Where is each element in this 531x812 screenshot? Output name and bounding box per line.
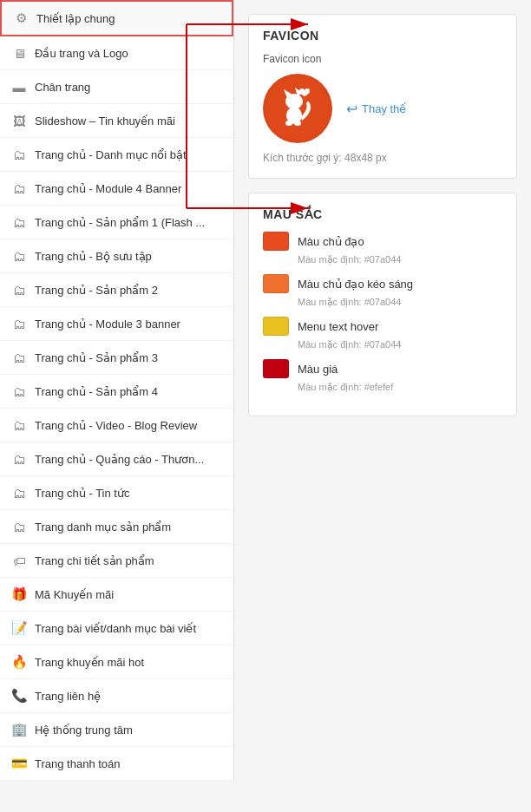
sidebar-label: Thiết lập chung: [36, 12, 115, 25]
favicon-section-title: FAVICON: [263, 29, 502, 43]
slideshow-icon: 🖼: [10, 112, 28, 129]
hot-deal-icon: 🔥: [10, 653, 28, 671]
sidebar-item-video[interactable]: 🗂 Trang chủ - Video - Blog Review: [0, 409, 233, 442]
sidebar-item-khuyen-mai-hot[interactable]: 🔥 Trang khuyến mãi hot: [0, 645, 233, 679]
sidebar-label: Trang chi tiết sản phẩm: [35, 554, 154, 567]
sidebar-item-sp3[interactable]: 🗂 Trang chủ - Sản phẩm 3: [0, 341, 233, 375]
sidebar-item-dau-trang[interactable]: 🖥 Đầu trang và Logo: [0, 36, 233, 70]
sidebar-item-he-thong[interactable]: 🏢 Hệ thống trung tâm: [0, 713, 233, 747]
sidebar-label: Trang chủ - Danh mục nổi bật: [35, 148, 187, 161]
color-section-title: MÀU SẮC: [263, 207, 502, 221]
color-section: MÀU SẮC Màu chủ đạo Màu mặc định: #07a04…: [248, 193, 517, 416]
sidebar-label: Trang chủ - Tin tức: [35, 487, 129, 500]
sidebar: ⚙ Thiết lập chung 🖥 Đầu trang và Logo ▬ …: [0, 0, 234, 781]
module4-icon: 🗂: [10, 180, 28, 197]
color-item-1: Màu chủ đạo kéo sáng: [263, 274, 502, 293]
sidebar-label: Trang chủ - Module 3 banner: [35, 318, 180, 331]
favicon-image: [263, 74, 332, 143]
product-list-icon: 🗂: [10, 518, 28, 535]
sidebar-item-chi-tiet-sp[interactable]: 🏷 Trang chi tiết sản phẩm: [0, 544, 233, 578]
sidebar-label: Trang chủ - Sản phẩm 2: [35, 284, 158, 297]
sidebar-item-bai-viet[interactable]: 📝 Trang bài viết/danh mục bài viết: [0, 612, 233, 645]
replace-label: Thay thế: [362, 102, 406, 115]
sidebar-item-quang-cao[interactable]: 🗂 Trang chủ - Quảng cáo - Thươn...: [0, 442, 233, 476]
sidebar-item-lien-he[interactable]: 📞 Trang liên hệ: [0, 679, 233, 713]
color-default-price: Màu mặc định: #efefef: [298, 382, 502, 393]
color-swatch-hover[interactable]: [263, 317, 289, 336]
sp1-icon: 🗂: [10, 213, 28, 231]
color-swatch-price[interactable]: [263, 359, 289, 378]
color-default-primary: Màu mặc định: #07a044: [298, 254, 502, 265]
color-default-hover: Màu mặc định: #07a044: [298, 339, 502, 350]
main-content: FAVICON Favicon icon: [234, 0, 531, 781]
color-item-0: Màu chủ đạo: [263, 232, 502, 251]
favicon-hint: Kích thước gợi ý: 48x48 px: [263, 152, 502, 164]
sidebar-item-module4[interactable]: 🗂 Trang chủ - Module 4 Banner: [0, 172, 233, 206]
favicon-area: ↩ Thay thế: [263, 74, 502, 143]
color-name-light: Màu chủ đạo kéo sáng: [298, 278, 413, 291]
payment-icon: 💳: [10, 755, 28, 772]
sp4-icon: 🗂: [10, 383, 28, 400]
color-swatch-light[interactable]: [263, 274, 289, 293]
header-icon: 🖥: [10, 44, 28, 62]
sidebar-item-chan-trang[interactable]: ▬ Chân trang: [0, 70, 233, 104]
sidebar-label: Slideshow – Tin khuyến mãi: [35, 115, 175, 128]
sidebar-label: Trang chủ - Module 4 Banner: [35, 182, 181, 195]
svg-point-10: [294, 121, 301, 126]
collection-icon: 🗂: [10, 247, 28, 265]
sidebar-item-tin-tuc[interactable]: 🗂 Trang chủ - Tin tức: [0, 476, 233, 510]
sidebar-label: Trang thanh toán: [35, 757, 121, 770]
product-detail-icon: 🏷: [10, 552, 28, 569]
favicon-label: Favicon icon: [263, 53, 502, 65]
color-default-light: Màu mặc định: #07a044: [298, 297, 502, 308]
sp3-icon: 🗂: [10, 349, 28, 366]
replace-icon: ↩: [346, 101, 357, 117]
color-swatch-primary[interactable]: [263, 232, 289, 251]
sidebar-label: Trang chủ - Sản phẩm 4: [35, 385, 158, 398]
favicon-section: FAVICON Favicon icon: [248, 14, 517, 179]
sp2-icon: 🗂: [10, 281, 28, 298]
color-name-primary: Màu chủ đạo: [298, 235, 364, 248]
ads-icon: 🗂: [10, 450, 28, 468]
sidebar-item-danh-muc-noi-bat[interactable]: 🗂 Trang chủ - Danh mục nổi bật: [0, 138, 233, 172]
color-item-3: Màu giá: [263, 359, 502, 378]
footer-icon: ▬: [10, 78, 28, 95]
sidebar-label: Trang chủ - Video - Blog Review: [35, 419, 197, 432]
sidebar-item-thanh-toan[interactable]: 💳 Trang thanh toán: [0, 747, 233, 781]
sidebar-label: Trang chủ - Sản phẩm 3: [35, 351, 158, 364]
color-name-hover: Menu text hover: [298, 320, 378, 333]
sidebar-item-sp1[interactable]: 🗂 Trang chủ - Sản phẩm 1 (Flash ...: [0, 206, 233, 239]
sidebar-label: Trang chủ - Quảng cáo - Thươn...: [35, 453, 204, 466]
sidebar-item-sp4[interactable]: 🗂 Trang chủ - Sản phẩm 4: [0, 375, 233, 409]
color-item-2: Menu text hover: [263, 317, 502, 336]
sidebar-label: Trang bài viết/danh mục bài viết: [35, 622, 196, 635]
sidebar-label: Trang liên hệ: [35, 690, 101, 703]
sidebar-label: Trang danh mục sản phẩm: [35, 521, 171, 534]
sidebar-label: Mã Khuyến mãi: [35, 588, 114, 601]
sidebar-item-ma-khuyen-mai[interactable]: 🎁 Mã Khuyến mãi: [0, 578, 233, 612]
video-icon: 🗂: [10, 416, 28, 434]
module3-icon: 🗂: [10, 315, 28, 332]
category-icon: 🗂: [10, 146, 28, 163]
coupon-icon: 🎁: [10, 586, 28, 603]
settings-icon: ⚙: [12, 10, 30, 27]
sidebar-label: Chân trang: [35, 81, 90, 94]
replace-favicon-button[interactable]: ↩ Thay thế: [346, 101, 406, 117]
sidebar-item-thiet-lap-chung[interactable]: ⚙ Thiết lập chung: [0, 0, 233, 36]
sidebar-label: Trang chủ - Sản phẩm 1 (Flash ...: [35, 216, 205, 229]
sidebar-item-bo-suu-tap[interactable]: 🗂 Trang chủ - Bộ sưu tập: [0, 239, 233, 273]
news-icon: 🗂: [10, 484, 28, 501]
sidebar-label: Trang khuyến mãi hot: [35, 656, 144, 669]
color-name-price: Màu giá: [298, 363, 338, 376]
article-icon: 📝: [10, 619, 28, 637]
system-icon: 🏢: [10, 721, 28, 738]
sidebar-label: Hệ thống trung tâm: [35, 724, 133, 737]
sidebar-item-danh-muc-sp[interactable]: 🗂 Trang danh mục sản phẩm: [0, 510, 233, 544]
sidebar-label: Đầu trang và Logo: [35, 47, 128, 60]
sidebar-label: Trang chủ - Bộ sưu tập: [35, 250, 152, 263]
sidebar-item-sp2[interactable]: 🗂 Trang chủ - Sản phẩm 2: [0, 273, 233, 307]
sidebar-item-slideshow[interactable]: 🖼 Slideshow – Tin khuyến mãi: [0, 104, 233, 138]
svg-point-9: [285, 121, 292, 126]
sidebar-item-module3[interactable]: 🗂 Trang chủ - Module 3 banner: [0, 307, 233, 341]
contact-icon: 📞: [10, 687, 28, 704]
